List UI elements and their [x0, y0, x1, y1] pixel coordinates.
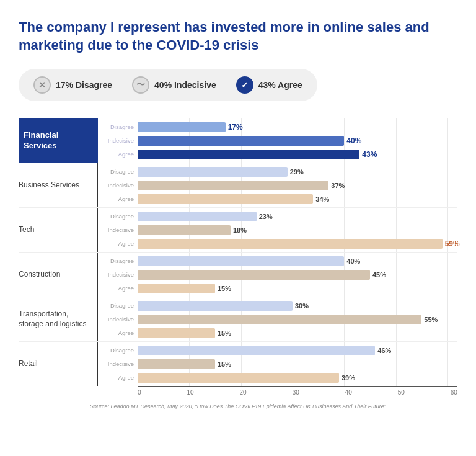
- bar-fill-1-2: [138, 194, 313, 204]
- legend-agree: ✓ 43% Agree: [236, 76, 302, 94]
- source-text: Source: Leadoo MT Research, May 2020, "H…: [19, 403, 457, 409]
- category-row-2: TechDisagree23%Indecisive18%Agree59%: [19, 208, 457, 253]
- legend: ✕ 17% Disagree 〜 40% Indecisive ✓ 43% Ag…: [19, 69, 317, 101]
- bar-track-5-2: 39%: [138, 373, 457, 383]
- bars-col-1: Disagree29%Indecisive37%Agree34%: [98, 163, 457, 207]
- bar-row-4-2: Agree15%: [98, 327, 457, 339]
- page-container: The company I represent has invested mor…: [19, 19, 457, 409]
- bar-type-label-4-1: Indecisive: [98, 316, 138, 323]
- disagree-label: 17% Disagree: [56, 80, 112, 90]
- bar-value-5-1: 15%: [218, 360, 231, 368]
- disagree-icon: ✕: [33, 76, 51, 94]
- bar-row-0-0: Disagree17%: [98, 121, 457, 133]
- bar-fill-0-1: [138, 136, 344, 146]
- category-label-0: Financial Services: [19, 118, 98, 163]
- bars-col-5: Disagree46%Indecisive15%Agree39%: [98, 342, 457, 386]
- bar-fill-4-2: [138, 328, 215, 338]
- category-label-5: Retail: [19, 342, 98, 386]
- x-tick-50: 50: [398, 389, 405, 396]
- bar-row-1-2: Agree34%: [98, 193, 457, 205]
- bar-track-3-0: 40%: [138, 256, 457, 266]
- bar-type-label-0-2: Agree: [98, 151, 138, 158]
- bar-value-0-2: 43%: [362, 150, 377, 159]
- bar-value-3-0: 40%: [346, 257, 360, 265]
- bar-row-0-2: Agree43%: [98, 148, 457, 160]
- bar-row-0-1: Indecisive40%: [98, 135, 457, 146]
- bar-fill-2-1: [138, 225, 231, 235]
- chart: Financial ServicesDisagree17%Indecisive4…: [19, 118, 457, 386]
- agree-icon: ✓: [236, 76, 253, 94]
- bar-type-label-5-1: Indecisive: [98, 360, 138, 367]
- bar-type-label-2-0: Disagree: [98, 213, 138, 220]
- bar-value-0-1: 40%: [346, 136, 361, 145]
- bar-value-2-2: 59%: [445, 239, 460, 248]
- x-tick-10: 10: [187, 389, 194, 396]
- bar-track-2-0: 23%: [138, 212, 460, 221]
- category-row-3: ConstructionDisagree40%Indecisive45%Agre…: [19, 253, 457, 297]
- category-label-2: Tech: [19, 208, 98, 252]
- x-tick-20: 20: [240, 389, 247, 396]
- bar-track-4-1: 55%: [138, 315, 457, 324]
- bar-track-5-0: 46%: [138, 346, 457, 355]
- bar-fill-5-1: [138, 359, 215, 369]
- bar-track-3-2: 15%: [138, 284, 457, 293]
- bar-type-label-3-1: Indecisive: [98, 271, 138, 278]
- bars-col-3: Disagree40%Indecisive45%Agree15%: [98, 253, 457, 297]
- bar-fill-1-0: [138, 167, 288, 177]
- bar-fill-5-2: [138, 373, 339, 383]
- indecisive-label: 40% Indecisive: [154, 80, 216, 90]
- bar-fill-3-1: [138, 270, 370, 280]
- bar-row-4-0: Disagree30%: [98, 300, 457, 311]
- bar-value-4-2: 15%: [218, 329, 231, 337]
- x-tick-0: 0: [138, 389, 141, 396]
- category-label-1: Business Services: [19, 163, 98, 207]
- category-row-0: Financial ServicesDisagree17%Indecisive4…: [19, 118, 457, 163]
- bar-row-4-1: Indecisive55%: [98, 313, 457, 325]
- legend-disagree: ✕ 17% Disagree: [33, 76, 112, 94]
- bar-track-0-2: 43%: [138, 150, 457, 159]
- bar-row-2-1: Indecisive18%: [98, 224, 460, 236]
- bar-type-label-3-2: Agree: [98, 285, 138, 292]
- category-label-3: Construction: [19, 253, 98, 297]
- bar-track-3-1: 45%: [138, 270, 457, 280]
- bar-track-2-2: 59%: [138, 239, 460, 249]
- bar-row-1-1: Indecisive37%: [98, 179, 457, 191]
- bar-type-label-2-1: Indecisive: [98, 226, 138, 233]
- bar-type-label-5-2: Agree: [98, 374, 138, 381]
- bar-track-1-0: 29%: [138, 167, 457, 177]
- bar-fill-4-0: [138, 301, 293, 311]
- bars-col-2: Disagree23%Indecisive18%Agree59%: [98, 208, 460, 252]
- bar-row-2-0: Disagree23%: [98, 210, 460, 222]
- bar-value-1-0: 29%: [290, 168, 304, 176]
- bar-fill-2-2: [138, 239, 443, 249]
- bar-track-2-1: 18%: [138, 225, 460, 235]
- x-axis: 0 10 20 30 40 50 60: [138, 386, 457, 396]
- bar-track-4-2: 15%: [138, 328, 457, 338]
- bars-col-0: Disagree17%Indecisive40%Agree43%: [98, 118, 457, 163]
- bar-row-3-0: Disagree40%: [98, 255, 457, 267]
- bar-fill-2-0: [138, 212, 257, 221]
- page-title: The company I represent has invested mor…: [19, 19, 440, 54]
- indecisive-icon: 〜: [132, 76, 149, 94]
- bars-col-4: Disagree30%Indecisive55%Agree15%: [98, 297, 457, 341]
- legend-indecisive: 〜 40% Indecisive: [132, 76, 216, 94]
- bar-value-1-1: 37%: [331, 182, 345, 189]
- bar-track-0-0: 17%: [138, 122, 457, 132]
- x-tick-40: 40: [345, 389, 352, 396]
- bar-row-5-1: Indecisive15%: [98, 358, 457, 370]
- agree-label: 43% Agree: [258, 80, 302, 90]
- bar-fill-3-2: [138, 284, 215, 293]
- bar-value-5-2: 39%: [342, 374, 355, 382]
- bar-row-5-0: Disagree46%: [98, 344, 457, 356]
- bar-value-5-0: 46%: [377, 347, 391, 354]
- bar-value-3-1: 45%: [372, 271, 386, 279]
- bar-row-3-2: Agree15%: [98, 282, 457, 294]
- category-row-5: RetailDisagree46%Indecisive15%Agree39%: [19, 342, 457, 386]
- bar-type-label-0-0: Disagree: [98, 123, 138, 130]
- bar-value-2-0: 23%: [259, 213, 273, 220]
- bar-row-5-2: Agree39%: [98, 372, 457, 383]
- bar-row-3-1: Indecisive45%: [98, 269, 457, 280]
- bar-type-label-4-0: Disagree: [98, 302, 138, 309]
- bar-value-3-2: 15%: [218, 285, 231, 292]
- bar-value-4-1: 55%: [424, 316, 438, 323]
